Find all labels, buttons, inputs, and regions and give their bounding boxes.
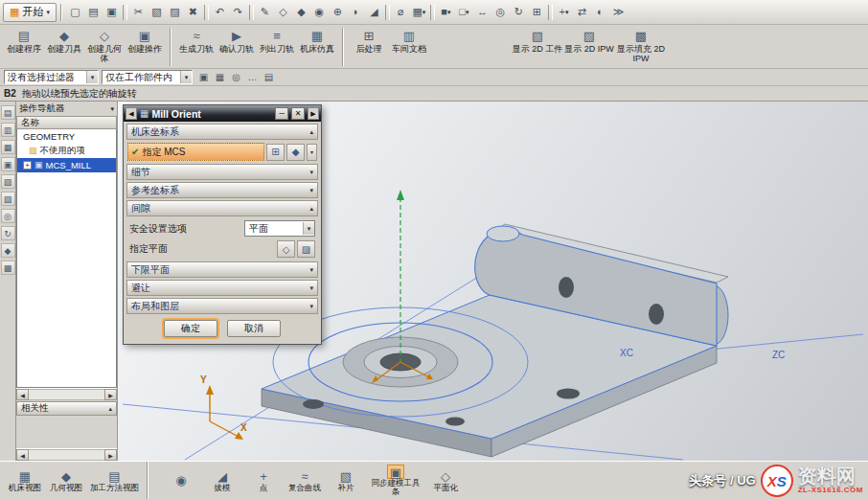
selection-scope-dropdown[interactable]: 仅在工作部件内 ▾ <box>102 70 193 84</box>
shop-documentation-button[interactable]: ▥ 车间文档 <box>389 27 429 56</box>
part-navigator-icon[interactable]: ▦ <box>1 140 15 154</box>
section-reference-csys[interactable]: 参考坐标系 ▾ <box>126 182 318 198</box>
selection-filter-dropdown[interactable]: 没有选择过滤器 ▾ <box>4 70 99 84</box>
generate-toolpath-button[interactable]: ≈ 生成刀轨 <box>176 27 217 56</box>
show-2d-workpiece-button[interactable]: ▧ 显示 2D 工件 <box>512 27 563 56</box>
reuse-library-icon[interactable]: ▨ <box>1 192 15 206</box>
horizontal-scrollbar[interactable]: ◀ ▶ <box>16 448 117 461</box>
section-details[interactable]: 细节 ▾ <box>126 164 318 180</box>
name-column-header[interactable]: 名称 <box>16 116 117 129</box>
chevron-down-icon[interactable]: ▾ <box>303 222 314 235</box>
method-view-button[interactable]: ▤ 加工方法视图 <box>88 468 141 493</box>
synchronous-modeling-toolbar-button[interactable]: ▣ 同步建模工具条 <box>368 464 423 497</box>
create-operation-button[interactable]: ▣ 创建操作 <box>125 27 165 56</box>
selection-scope-icon[interactable]: ▦ <box>212 70 228 85</box>
assembly-navigator-icon[interactable]: ▤ <box>1 105 15 120</box>
horizontal-scrollbar[interactable]: ◀ ▶ <box>16 388 117 400</box>
plane-dialog-button[interactable]: ▨ <box>297 240 315 258</box>
point-button[interactable]: + 点 <box>244 468 283 493</box>
unite-icon[interactable]: ⊕ <box>329 3 347 21</box>
move-object-icon[interactable]: ⇄ <box>573 3 591 21</box>
section-avoidance[interactable]: 避让 ▾ <box>126 280 318 296</box>
scrollbar-track[interactable] <box>29 449 104 461</box>
verify-toolpath-button[interactable]: ▶ 确认刀轨 <box>217 27 257 56</box>
tree-item-unused-items[interactable]: ▨ 不使用的项 <box>17 144 116 158</box>
undo-icon[interactable]: ↶ <box>211 3 229 21</box>
sketch-icon[interactable]: ✎ <box>256 3 274 21</box>
operation-navigator-icon[interactable]: ▣ <box>1 157 15 171</box>
hole-icon[interactable]: ◉ <box>310 3 329 21</box>
scroll-left-icon[interactable]: ◀ <box>16 389 29 400</box>
machine-tool-navigator-icon[interactable]: ▧ <box>1 174 15 189</box>
specify-mcs-field[interactable]: ✔ 指定 MCS <box>127 143 264 161</box>
csys-dialog-button[interactable]: ⊞ <box>266 144 285 161</box>
create-tool-button[interactable]: ◆ 创建刀具 <box>44 27 84 56</box>
save-icon[interactable]: ▣ <box>103 3 121 21</box>
chevron-down-icon[interactable]: ▾ <box>180 71 192 83</box>
chamfer-icon[interactable]: ◢ <box>365 3 383 21</box>
draft-button[interactable]: ◢ 拔模 <box>203 468 241 493</box>
cut-icon[interactable]: ✂ <box>129 3 148 21</box>
more-commands-icon[interactable]: ≫ <box>609 3 628 21</box>
scroll-right-icon[interactable]: ▶ <box>104 449 117 461</box>
show-hide-icon[interactable]: ◐ <box>591 3 609 21</box>
section-machine-csys[interactable]: 机床坐标系 ▴ <box>126 124 318 140</box>
roles-icon[interactable]: ◆ <box>1 243 15 258</box>
create-geometry-button[interactable]: ◇ 创建几何体 <box>84 27 125 65</box>
redo-icon[interactable]: ↷ <box>229 3 247 21</box>
cancel-button[interactable]: 取消 <box>227 320 281 337</box>
paste-icon[interactable]: ▨ <box>166 3 184 21</box>
snap-point-toggle-icon[interactable]: ▣ <box>195 70 212 85</box>
planarize-button[interactable]: ◇ 平面化 <box>426 468 465 493</box>
list-toolpath-button[interactable]: ≡ 列出刀轨 <box>257 27 297 56</box>
postprocess-button[interactable]: ⊞ 后处理 <box>349 27 389 56</box>
fit-view-icon[interactable]: ⊞ <box>528 3 546 21</box>
rotate-view-icon[interactable]: ↻ <box>510 3 528 21</box>
tree-item-geometry[interactable]: GEOMETRY <box>17 129 116 144</box>
composite-curve-button[interactable]: ≈ 复合曲线 <box>286 468 324 493</box>
close-icon[interactable]: ✕ <box>291 107 305 120</box>
edge-blend-icon[interactable]: ◗ <box>347 3 365 21</box>
scrollbar-track[interactable] <box>29 389 104 400</box>
feature-button[interactable]: ◉ <box>162 472 200 488</box>
expand-icon[interactable]: + <box>23 161 32 170</box>
copy-icon[interactable]: ▧ <box>148 3 166 21</box>
minimize-icon[interactable]: ─ <box>275 107 288 120</box>
snap-point-icon[interactable]: +▾ <box>555 3 573 21</box>
zoom-view-icon[interactable]: ◎ <box>491 3 510 21</box>
section-lower-limit-plane[interactable]: 下限平面 ▾ <box>126 261 318 278</box>
start-menu-button[interactable]: ▦ 开始 ▾ <box>3 3 57 22</box>
delete-icon[interactable]: ✖ <box>184 3 202 21</box>
chevron-down-icon[interactable]: ▾ <box>307 144 317 161</box>
shaded-view-icon[interactable]: ■▾ <box>437 3 455 21</box>
machine-view-button[interactable]: ▦ 机床视图 <box>6 468 44 493</box>
plane-button[interactable]: ◇ <box>277 240 295 258</box>
notes-icon[interactable]: ▤ <box>261 70 277 85</box>
collapse-icon[interactable]: ▾ <box>110 105 114 113</box>
dialog-title-bar[interactable]: ◀ ▦ Mill Orient ─ ✕ ▶ <box>124 105 321 122</box>
geometry-view-button[interactable]: ◆ 几何视图 <box>47 468 85 493</box>
dialog-rail-left-icon[interactable]: ◀ <box>126 107 137 120</box>
pan-view-icon[interactable]: ↔ <box>473 3 491 21</box>
create-program-button[interactable]: ▤ 创建程序 <box>4 27 44 56</box>
chevron-down-icon[interactable]: ▾ <box>86 71 98 83</box>
show-filled-2d-ipw-button[interactable]: ▩ 显示填充 2D IPW <box>615 27 667 65</box>
show-2d-ipw-button[interactable]: ▨ 显示 2D IPW <box>563 27 615 56</box>
dialog-rail-right-icon[interactable]: ▶ <box>308 107 319 120</box>
extrude-icon[interactable]: ◆ <box>292 3 310 21</box>
scroll-right-icon[interactable]: ▶ <box>104 389 117 400</box>
scroll-left-icon[interactable]: ◀ <box>16 449 29 461</box>
datum-plane-icon[interactable]: ◇ <box>274 3 292 21</box>
section-layout-layers[interactable]: 布局和图层 ▾ <box>126 298 318 314</box>
open-icon[interactable]: ▤ <box>84 3 103 21</box>
patch-button[interactable]: ▧ 补片 <box>327 468 365 493</box>
tree-item-mcs-mill[interactable]: + ▣ MCS_MILL <box>17 158 116 172</box>
ok-button[interactable]: 确定 <box>164 320 217 337</box>
system-materials-icon[interactable]: ▩ <box>1 261 15 275</box>
constraint-navigator-icon[interactable]: ▥ <box>1 123 15 137</box>
safety-option-dropdown[interactable]: 平面 ▾ <box>244 220 315 237</box>
more-filters-icon[interactable]: … <box>244 70 261 85</box>
history-icon[interactable]: ↻ <box>1 226 15 240</box>
dependencies-panel-header[interactable]: 相关性 ▴ <box>16 401 117 416</box>
new-icon[interactable]: ▢ <box>66 3 84 21</box>
